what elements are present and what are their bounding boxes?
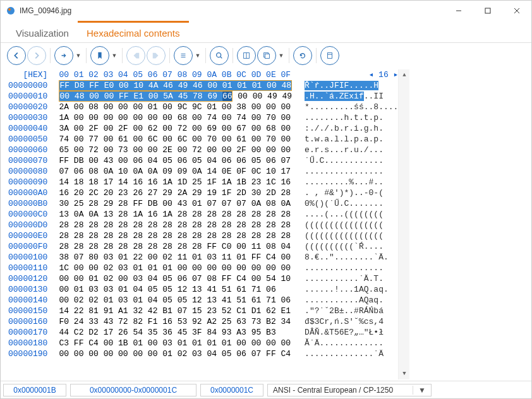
ascii-row[interactable]: :././.b.r.i.g.h.: [305, 123, 398, 134]
ascii-row[interactable]: ......!...1AQ.aq.: [305, 284, 398, 295]
hex-row[interactable]: 07 06 08 0A 10 0A 0A 09 09 0A 14 0E 0F 0…: [59, 166, 292, 177]
hex-row[interactable]: 28 28 28 28 28 28 28 28 28 28 FF C0 00 1…: [59, 241, 292, 252]
hex-row[interactable]: 00 00 01 02 00 03 04 05 06 07 08 FF C4 0…: [59, 273, 292, 284]
hex-row[interactable]: 00 01 03 03 01 04 05 05 12 13 41 51 61 7…: [59, 284, 292, 295]
tab-visualization[interactable]: Visualization: [7, 21, 78, 42]
ascii-row[interactable]: .........%...#..: [305, 177, 398, 188]
ascii-row[interactable]: ................: [305, 263, 398, 273]
hex-row[interactable]: 00 02 02 01 03 01 04 05 05 12 13 41 51 6…: [59, 295, 292, 306]
ascii-row[interactable]: ...........˙Ä.T.: [305, 273, 398, 284]
hex-caret[interactable]: 66: [222, 92, 233, 101]
hex-row[interactable]: 16 20 2C 20 23 26 27 29 2A 29 19 1F 2D 3…: [59, 188, 292, 198]
hex-row[interactable]: FF DB 00 43 00 06 04 05 06 05 04 06 06 0…: [59, 155, 292, 166]
scroll-track[interactable]: [399, 81, 409, 368]
hex-row[interactable]: 2A 00 08 00 00 00 01 00 9C 9C 01 00 38 0…: [59, 102, 292, 112]
ascii-row[interactable]: t.w.a.l.l.p.a.p.: [305, 134, 398, 145]
ascii-row[interactable]: ((((((((((((((((: [305, 220, 398, 230]
ascii-selection[interactable]: Ř`ŕ..JFIF.....H: [305, 81, 378, 90]
ascii-row[interactable]: ((((((((((`Ŕ....: [305, 241, 398, 252]
list-dropdown[interactable]: ▼: [194, 46, 202, 65]
offset: 00000010: [8, 91, 47, 102]
offset-header: [HEX]: [8, 69, 47, 80]
hex-row[interactable]: C3 FF C4 00 1B 01 00 03 01 01 01 01 00 0…: [59, 338, 292, 348]
hex-row[interactable]: 3A 00 2F 00 2F 00 62 00 72 00 69 00 67 0…: [59, 123, 292, 134]
ascii-row[interactable]: *.........śś..8....: [305, 102, 398, 112]
svg-rect-15: [328, 53, 332, 59]
back-button[interactable]: [7, 46, 26, 65]
ascii-row[interactable]: . , #&')*)..-0-(: [305, 188, 398, 198]
scroll-down-button[interactable]: ▼: [399, 368, 409, 379]
encoding-dropdown-icon[interactable]: ▼: [413, 386, 426, 395]
hex-selection[interactable]: FF D8 FF E0 00 10 4A 46 49 46 00 01 01 0…: [59, 81, 291, 90]
search-button[interactable]: [210, 46, 229, 65]
offset: 00000000: [8, 80, 47, 91]
tag-prev-button[interactable]: [126, 46, 145, 65]
ascii-selection[interactable]: .H..`á.ZExif: [305, 92, 364, 101]
hex-row[interactable]: 1C 00 00 02 03 01 01 01 00 00 00 00 00 0…: [59, 263, 292, 273]
offset: 00000140: [8, 295, 47, 306]
toolbar-divider: [205, 48, 206, 63]
hex-row[interactable]: 28 28 28 28 28 28 28 28 28 28 28 28 28 2…: [59, 230, 292, 241]
hex-row[interactable]: 13 0A 0A 13 28 1A 16 1A 28 28 28 28 28 2…: [59, 209, 292, 220]
ascii-row[interactable]: ........h.t.t.p.: [305, 112, 398, 123]
ascii-row[interactable]: ...........AQaq.: [305, 295, 398, 306]
hex-selection[interactable]: 00 48 00 00 FF E1 00 5A 45 78 69: [59, 92, 222, 101]
select-button[interactable]: [237, 46, 256, 65]
hex-row[interactable]: 14 18 18 17 14 16 16 1A 1D 25 1F 1A 1B 2…: [59, 177, 292, 188]
maximize-button[interactable]: [473, 1, 502, 21]
offset: 000000D0: [8, 220, 47, 230]
scroll-up-button[interactable]: ▲: [399, 69, 409, 81]
hex-bytes[interactable]: 00 00 49 49: [233, 92, 292, 101]
hex-row[interactable]: 14 22 81 91 A1 32 42 B1 07 15 23 52 C1 D…: [59, 306, 292, 316]
ascii-row[interactable]: ....(...((((((((: [305, 209, 398, 220]
tab-hex-contents[interactable]: Hexadecimal contents: [78, 21, 189, 42]
ascii-row[interactable]: DÂŇ.&T56E?„…"Ł•ł: [305, 327, 398, 338]
hex-row[interactable]: F0 24 33 43 72 82 F1 16 53 92 A2 25 63 7…: [59, 316, 292, 327]
refresh-button[interactable]: [293, 46, 312, 65]
ascii-row[interactable]: Ă˙Ä.............: [305, 338, 398, 348]
tag-next-button[interactable]: [147, 46, 166, 65]
ascii-row[interactable]: 0%()(˙Ű.C.......: [305, 198, 398, 209]
ascii-row[interactable]: e.r.s...r.u./...: [305, 145, 398, 155]
offset: 000000F0: [8, 241, 47, 252]
offset: 00000160: [8, 316, 47, 327]
list-button[interactable]: [174, 46, 193, 65]
hex-row[interactable]: 00 00 00 00 00 00 00 01 02 03 04 05 06 0…: [59, 348, 292, 359]
hex-row[interactable]: 1A 00 00 00 00 00 00 00 68 00 74 00 74 0…: [59, 112, 292, 123]
encoding-selector[interactable]: ANSI - Central European / CP-1250 ▼: [267, 384, 432, 396]
forward-button[interactable]: [27, 46, 46, 65]
ascii-row[interactable]: ................: [305, 166, 398, 177]
settings-button[interactable]: [320, 46, 339, 65]
bookmark-dropdown[interactable]: ▼: [111, 46, 118, 65]
offset: 00000130: [8, 284, 47, 295]
ascii-row[interactable]: ((((((((((((((((: [305, 230, 398, 241]
hex-row[interactable]: 74 00 77 00 61 00 6C 00 6C 00 70 00 61 0…: [59, 134, 292, 145]
goto-button[interactable]: [54, 46, 73, 65]
vertical-scrollbar[interactable]: ▲ ▼: [398, 69, 409, 379]
offset: 00000060: [8, 145, 47, 155]
hex-row[interactable]: 38 07 80 03 01 22 00 02 11 01 03 11 01 F…: [59, 252, 292, 263]
ascii-row[interactable]: ˙Ű.C............: [305, 155, 398, 166]
toolbar-divider: [86, 48, 87, 63]
copy-dropdown[interactable]: ▼: [277, 46, 285, 65]
hex-row[interactable]: 28 28 28 28 28 28 28 28 28 28 28 28 28 2…: [59, 220, 292, 230]
toolbar: ▼ ▼ ▼ ▼: [1, 43, 531, 68]
ascii-row[interactable]: ..............˙Ä: [305, 348, 398, 359]
hex-row[interactable]: 44 C2 D2 17 26 54 35 36 45 3F 84 93 A3 9…: [59, 327, 292, 338]
close-button[interactable]: [502, 1, 531, 21]
hex-column[interactable]: 00 01 02 03 04 05 06 07 08 09 0A 0B 0C 0…: [54, 69, 297, 379]
offset: 00000150: [8, 306, 47, 316]
ascii-row[interactable]: 8.€.."........`Ä.: [305, 252, 398, 263]
bookmark-button[interactable]: [90, 46, 109, 65]
ascii-row[interactable]: ."?˙ˇ2B±..#RÁŃbá: [305, 306, 398, 316]
titlebar: IMG_00946.jpg: [1, 1, 531, 21]
ascii-row[interactable]: đ$3Cr,ń.S'˘%cs,4: [305, 316, 398, 327]
copy-button[interactable]: [257, 46, 276, 65]
ascii-text[interactable]: ..II: [364, 92, 384, 101]
minimize-button[interactable]: [444, 1, 473, 21]
toolbar-divider: [316, 48, 317, 63]
ascii-column[interactable]: ◂ 16 ▸ Ř`ŕ..JFIF.....H .H..`á.ZExif..II …: [297, 69, 398, 379]
hex-row[interactable]: 30 25 28 29 28 FF DB 00 43 01 07 07 07 0…: [59, 198, 292, 209]
goto-dropdown[interactable]: ▼: [75, 46, 82, 65]
hex-row[interactable]: 65 00 72 00 73 00 00 2E 00 72 00 00 2F 0…: [59, 145, 292, 155]
